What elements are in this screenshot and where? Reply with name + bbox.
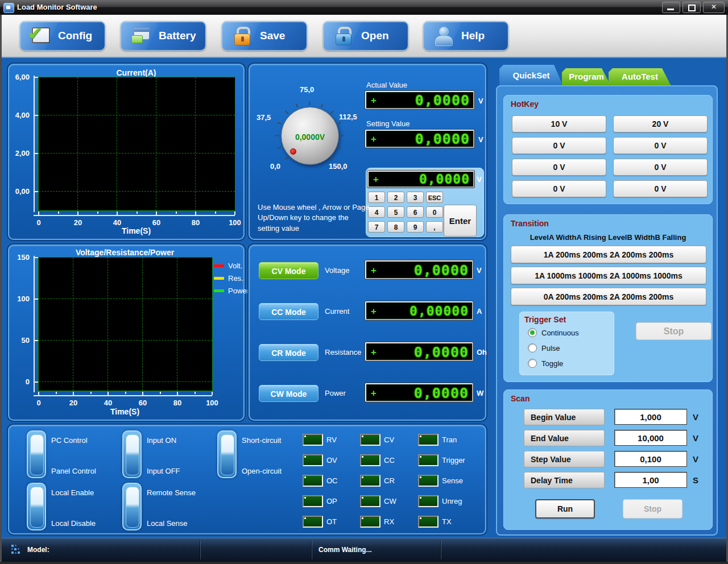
transition-preset-button-3[interactable]: 0A 200ms 200ms 2A 200ms 200ms: [511, 288, 706, 305]
radio-label: Pulse: [541, 344, 560, 353]
toggle-handle: [126, 487, 139, 528]
x-tick-label: 40: [97, 399, 119, 407]
legend-swatch: [214, 264, 224, 267]
hotkey-button-2[interactable]: 20 V: [613, 115, 708, 132]
minimize-button[interactable]: [662, 2, 680, 13]
x-axis-tick: [38, 212, 39, 215]
battery-icon: [130, 26, 152, 45]
save-button[interactable]: Save: [222, 21, 307, 51]
status-divider: [312, 541, 312, 559]
x-axis-minor-tick: [176, 212, 177, 214]
step-value-input[interactable]: 0,100: [614, 451, 687, 467]
battery-button[interactable]: Battery: [121, 21, 206, 51]
current-chart-plot: 6,004,002,000,00 020406080100: [38, 77, 235, 211]
open-button[interactable]: Open: [323, 21, 408, 51]
config-button[interactable]: ✔ Config: [20, 21, 105, 51]
keypad-key-5[interactable]: 5: [387, 206, 404, 218]
trigger-radio-continuous[interactable]: Continuous: [528, 328, 579, 337]
close-button[interactable]: ✕: [703, 2, 725, 13]
help-button[interactable]: Help: [423, 21, 508, 51]
keypad-key-2[interactable]: 2: [387, 192, 404, 203]
transition-preset-button-1[interactable]: 1A 200ms 200ms 2A 200ms 200ms: [511, 246, 706, 263]
hotkey-title: HotKey: [511, 99, 539, 109]
begin-value-input[interactable]: 1,000: [614, 409, 687, 425]
x-axis-tick: [142, 392, 143, 395]
transition-preset-button-2[interactable]: 1A 1000ms 1000ms 2A 1000ms 1000ms: [511, 267, 706, 284]
voltage-knob[interactable]: 0,0000V: [281, 107, 339, 165]
actual-unit: V: [478, 97, 483, 105]
y-tick-label: 150: [7, 253, 30, 262]
cr-mode-button[interactable]: CR Mode: [259, 344, 318, 361]
v-gridline: [77, 77, 78, 210]
x-tick-label: 0: [27, 399, 50, 407]
keypad-key-6[interactable]: 6: [407, 206, 424, 218]
x-axis-tick: [107, 392, 109, 395]
h-gridline: [39, 340, 212, 341]
hotkey-button-6[interactable]: 0 V: [613, 159, 708, 176]
toggle-local-enable[interactable]: [27, 483, 46, 530]
led-label-ot: OT: [326, 517, 337, 526]
scan-stop-button[interactable]: Stop: [623, 499, 682, 519]
statusbar: Model: Comm Waiting...: [0, 538, 728, 562]
y-axis-tick: [35, 153, 38, 154]
tab-quickset[interactable]: QuickSet: [499, 65, 563, 86]
hotkey-button-5[interactable]: 0 V: [512, 159, 606, 176]
keypad-key-[interactable]: ,: [426, 221, 443, 233]
keypad-key-8[interactable]: 8: [387, 221, 404, 233]
y-tick-label: 4,00: [7, 111, 30, 119]
led-label-rx: RX: [384, 517, 394, 526]
keypad-key-9[interactable]: 9: [407, 221, 424, 233]
hotkey-button-1[interactable]: 10 V: [512, 115, 606, 132]
toggle-input-on[interactable]: [122, 430, 142, 478]
h-gridline: [39, 191, 235, 192]
end-value-label: End Value: [524, 430, 605, 446]
knob-scale-label: 0,0: [270, 162, 280, 171]
toggle-remote-sense[interactable]: [122, 483, 142, 530]
end-value-input[interactable]: 10,000: [614, 430, 687, 446]
led-label-tran: Tran: [442, 436, 457, 444]
cv-mode-button[interactable]: CV Mode: [259, 262, 318, 279]
keypad-key-1[interactable]: 1: [368, 192, 385, 203]
maximize-button[interactable]: [682, 2, 701, 13]
keypad-key-0[interactable]: 0: [426, 206, 443, 218]
status-divider: [200, 541, 201, 559]
y-axis-tick: [35, 298, 38, 300]
x-axis-minor-tick: [56, 392, 57, 394]
hotkey-button-4[interactable]: 0 V: [613, 137, 708, 154]
trigger-radio-toggle[interactable]: Toggle: [528, 359, 563, 368]
transition-stop-button[interactable]: Stop: [636, 322, 712, 340]
current-display: +0,00000: [365, 301, 473, 320]
digits: 0,0000: [414, 384, 469, 401]
switch-label-top: Local Enable: [51, 488, 94, 497]
sign: +: [371, 387, 377, 398]
help-label: Help: [461, 30, 485, 42]
tab-program[interactable]: Program: [562, 68, 611, 86]
scan-run-button[interactable]: Run: [535, 499, 595, 519]
keypad-key-enter[interactable]: Enter: [444, 205, 477, 237]
keypad-key-3[interactable]: 3: [407, 192, 424, 203]
app-icon: [3, 3, 14, 13]
x-axis-tick: [77, 212, 78, 215]
y-tick-label: 0,00: [7, 187, 30, 196]
hotkey-button-8[interactable]: 0 V: [613, 180, 708, 197]
switch-cell-local-enable: Local EnableLocal Disable: [27, 483, 118, 532]
digits: 0,0000: [419, 172, 470, 186]
tab-autotest[interactable]: AutoTest: [609, 68, 671, 86]
led-cc: [360, 454, 380, 466]
entry-unit: V: [477, 175, 482, 184]
y-tick-label: 2,00: [7, 149, 30, 157]
digits: 0,00000: [410, 304, 469, 318]
knob-value: 0,0000V: [282, 132, 338, 142]
control-status-panel: PC ControlPanel ControlInput ONInput OFF…: [8, 425, 486, 534]
hotkey-button-7[interactable]: 0 V: [512, 180, 606, 197]
keypad-key-esc[interactable]: ESC: [426, 192, 443, 203]
delay-time-input[interactable]: 1,00: [614, 472, 687, 488]
switch-label-bottom: Local Disable: [51, 519, 96, 528]
trigger-radio-pulse[interactable]: Pulse: [528, 343, 560, 353]
knob-hint-text: Use Mouse wheel , Arrow or Page Up/Down …: [258, 202, 371, 234]
cw-mode-button[interactable]: CW Mode: [259, 385, 318, 402]
toggle-pc-control[interactable]: [27, 430, 46, 478]
cc-mode-button[interactable]: CC Mode: [259, 303, 318, 320]
hotkey-button-3[interactable]: 0 V: [512, 137, 606, 154]
toggle-short-circuit[interactable]: [217, 430, 237, 478]
